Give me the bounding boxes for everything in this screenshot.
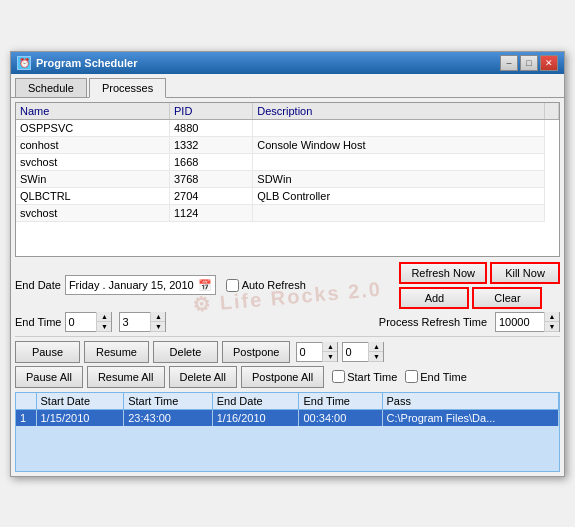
- postpone-val1-up[interactable]: ▲: [323, 342, 337, 352]
- time-val2-spinner[interactable]: ▲ ▼: [119, 312, 166, 332]
- end-time-spinner[interactable]: ▲ ▼: [65, 312, 112, 332]
- cell-desc: QLB Controller: [253, 187, 545, 204]
- separator: [15, 336, 560, 337]
- col-scroll-spacer: [545, 103, 559, 120]
- postpone-val2-spinner[interactable]: ▲ ▼: [342, 342, 384, 362]
- close-button[interactable]: ✕: [540, 55, 558, 71]
- kill-now-button[interactable]: Kill Now: [490, 262, 560, 284]
- refresh-now-button[interactable]: Refresh Now: [399, 262, 487, 284]
- cell-pid: 2704: [169, 187, 252, 204]
- right-btn-group: Refresh Now Kill Now Add Clear: [399, 262, 560, 309]
- table-row[interactable]: svchost 1124: [16, 204, 559, 221]
- sched-start-time: 23:43:00: [124, 409, 213, 426]
- add-button[interactable]: Add: [399, 287, 469, 309]
- cell-desc: [253, 204, 545, 221]
- time-val2-down-btn[interactable]: ▼: [151, 322, 165, 332]
- cell-pid: 3768: [169, 170, 252, 187]
- end-time-up-btn[interactable]: ▲: [97, 312, 111, 322]
- process-refresh-spinner[interactable]: ▲ ▼: [495, 312, 560, 332]
- end-time-input[interactable]: [66, 313, 96, 331]
- postpone-val2-down[interactable]: ▼: [369, 352, 383, 362]
- auto-refresh-checkbox[interactable]: [226, 279, 239, 292]
- sched-start-date: 1/15/2010: [36, 409, 124, 426]
- end-time-row: End Time ▲ ▼ ▲ ▼ Process Refresh Time: [15, 312, 560, 332]
- time-val2-spinner-btns: ▲ ▼: [150, 312, 165, 332]
- title-bar-left: ⏰ Program Scheduler: [17, 56, 137, 70]
- time-val2-input[interactable]: [120, 313, 150, 331]
- cell-pid: 1332: [169, 136, 252, 153]
- end-date-field[interactable]: Friday . January 15, 2010 📅: [65, 275, 216, 295]
- main-window: ⏰ Program Scheduler – □ ✕ Schedule Proce…: [10, 51, 565, 477]
- resume-all-button[interactable]: Resume All: [87, 366, 165, 388]
- end-time-label: End Time: [15, 316, 61, 328]
- process-refresh-spinner-btns: ▲ ▼: [544, 312, 559, 332]
- tab-processes[interactable]: Processes: [89, 78, 166, 98]
- start-time-checkbox-wrap: Start Time: [332, 370, 397, 383]
- restore-button[interactable]: □: [520, 55, 538, 71]
- postpone-val1-down[interactable]: ▼: [323, 352, 337, 362]
- process-table: Name PID Description OSPPSVC 4880 conhos…: [16, 103, 559, 222]
- postpone-val2-input[interactable]: [343, 343, 368, 361]
- tab-schedule[interactable]: Schedule: [15, 78, 87, 97]
- sched-col-end-date: End Date: [212, 393, 299, 410]
- tab-bar: Schedule Processes: [11, 74, 564, 98]
- table-row[interactable]: OSPPSVC 4880: [16, 119, 559, 136]
- pause-all-button[interactable]: Pause All: [15, 366, 83, 388]
- cell-desc: Console Window Host: [253, 136, 545, 153]
- postpone-val1-input[interactable]: [297, 343, 322, 361]
- title-bar: ⏰ Program Scheduler – □ ✕: [11, 52, 564, 74]
- col-desc: Description: [253, 103, 545, 120]
- cell-name: SWin: [16, 170, 169, 187]
- process-refresh-down-btn[interactable]: ▼: [545, 322, 559, 332]
- table-row[interactable]: svchost 1668: [16, 153, 559, 170]
- cell-pid: 1668: [169, 153, 252, 170]
- delete-all-button[interactable]: Delete All: [169, 366, 237, 388]
- postpone-val1-spinner[interactable]: ▲ ▼: [296, 342, 338, 362]
- schedule-row[interactable]: 1 1/15/2010 23:43:00 1/16/2010 00:34:00 …: [16, 409, 559, 426]
- end-date-num: 15, 2010: [148, 279, 194, 291]
- clear-button[interactable]: Clear: [472, 287, 542, 309]
- btn-row-1: Refresh Now Kill Now: [399, 262, 560, 284]
- sched-col-pass: Pass: [382, 393, 558, 410]
- process-refresh-up-btn[interactable]: ▲: [545, 312, 559, 322]
- delete-button[interactable]: Delete: [153, 341, 218, 363]
- postpone-val2-up[interactable]: ▲: [369, 342, 383, 352]
- start-time-checkbox-label: Start Time: [347, 371, 397, 383]
- sched-end-time: 00:34:00: [299, 409, 382, 426]
- postpone-all-button[interactable]: Postpone All: [241, 366, 324, 388]
- table-row[interactable]: conhost 1332 Console Window Host: [16, 136, 559, 153]
- cell-name: QLBCTRL: [16, 187, 169, 204]
- end-date-day: Friday: [69, 279, 100, 291]
- action-buttons-row-1: Pause Resume Delete Postpone ▲ ▼ ▲ ▼: [15, 341, 560, 363]
- end-date-month: January: [109, 279, 148, 291]
- time-val2-up-btn[interactable]: ▲: [151, 312, 165, 322]
- postpone-val1-btns: ▲ ▼: [322, 342, 337, 362]
- process-table-container[interactable]: Name PID Description OSPPSVC 4880 conhos…: [15, 102, 560, 257]
- start-time-checkbox[interactable]: [332, 370, 345, 383]
- cell-name: conhost: [16, 136, 169, 153]
- resume-button[interactable]: Resume: [84, 341, 149, 363]
- main-content: Name PID Description OSPPSVC 4880 conhos…: [11, 98, 564, 476]
- sched-pass: C:\Program Files\Da...: [382, 409, 558, 426]
- pause-button[interactable]: Pause: [15, 341, 80, 363]
- sched-num: 1: [16, 409, 36, 426]
- process-refresh-label: Process Refresh Time: [379, 316, 487, 328]
- process-refresh-input[interactable]: [496, 315, 544, 329]
- end-time-checkbox[interactable]: [405, 370, 418, 383]
- end-time-down-btn[interactable]: ▼: [97, 322, 111, 332]
- controls-section: ⚙ Life Rocks 2.0 End Date Friday . Janua…: [15, 262, 560, 332]
- cell-desc: [253, 153, 545, 170]
- end-date-dot: .: [99, 279, 108, 291]
- btn-row-2: Add Clear: [399, 287, 560, 309]
- schedule-table-container[interactable]: Start Date Start Time End Date End Time …: [15, 392, 560, 472]
- postpone-button[interactable]: Postpone: [222, 341, 290, 363]
- table-row[interactable]: SWin 3768 SDWin: [16, 170, 559, 187]
- minimize-button[interactable]: –: [500, 55, 518, 71]
- calendar-icon[interactable]: 📅: [198, 279, 212, 292]
- table-row[interactable]: QLBCTRL 2704 QLB Controller: [16, 187, 559, 204]
- sched-col-num: [16, 393, 36, 410]
- auto-refresh-label: Auto Refresh: [242, 279, 306, 291]
- postpone-val2-btns: ▲ ▼: [368, 342, 383, 362]
- cell-name: OSPPSVC: [16, 119, 169, 136]
- schedule-table: Start Date Start Time End Date End Time …: [16, 393, 559, 426]
